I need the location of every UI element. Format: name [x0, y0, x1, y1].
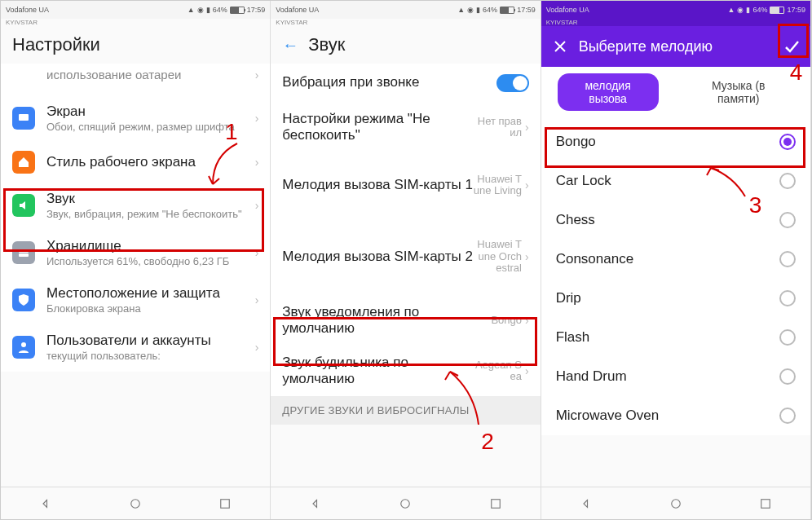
ringtone-flash[interactable]: Flash — [541, 318, 810, 357]
row-sim1[interactable]: Мелодия вызова SIM-карты 1 Huawei Tune L… — [271, 153, 540, 218]
chevron-right-icon: › — [255, 341, 259, 354]
ringtone-carlock[interactable]: Car Lock — [541, 161, 810, 201]
storage-icon — [12, 241, 35, 264]
android-navbar — [271, 487, 540, 519]
sound-list: Вибрация при звонке Настройки режима "Не… — [271, 64, 540, 487]
row-notification-sound[interactable]: Звук уведомления по умолчанию Bongo› — [271, 296, 540, 346]
back-arrow-icon[interactable]: ← — [282, 36, 298, 55]
row-storage[interactable]: ХранилищеИспользуется 61%, свободно 6,23… — [1, 230, 270, 277]
ringtone-consonance[interactable]: Consonance — [541, 240, 810, 279]
ringtone-tabs: мелодия вызова Музыка (в памяти) — [541, 67, 810, 122]
ringtone-handdrum[interactable]: Hand Drum — [541, 357, 810, 396]
page-title: Звук — [308, 34, 345, 55]
chevron-right-icon: › — [255, 199, 259, 212]
status-bar: Vodafone UA ▲ ◉ ▮ 64% 17:59 — [1, 1, 270, 19]
shield-icon — [12, 289, 35, 311]
svg-rect-9 — [761, 499, 770, 508]
chevron-right-icon: › — [255, 293, 259, 306]
svg-point-4 — [131, 499, 140, 508]
chevron-right-icon: › — [525, 314, 529, 327]
row-alarm-sound[interactable]: Звук будильника по умолчанию Aegean Sea› — [271, 346, 540, 397]
picker-header: Выберите мелодию — [541, 26, 810, 67]
sound-icon — [12, 194, 35, 217]
radio[interactable] — [779, 408, 796, 424]
chevron-right-icon: › — [525, 121, 529, 134]
ringtone-microwave[interactable]: Microwave Oven — [541, 396, 810, 435]
settings-list: использование оатареи › ЭкранОбои, спящи… — [1, 64, 270, 487]
picker-title: Выберите мелодию — [579, 38, 773, 55]
page-header: ← Звук — [271, 26, 540, 64]
svg-point-6 — [401, 499, 410, 508]
battery-icon — [500, 7, 514, 14]
row-battery-use[interactable]: использование оатареи › — [1, 64, 270, 95]
subcarrier: KYIVSTAR — [1, 19, 270, 26]
wifi-icon: ◉ — [197, 6, 204, 14]
chevron-right-icon: › — [255, 68, 259, 82]
row-homestyle[interactable]: Стиль рабочего экрана › — [1, 143, 270, 183]
radio[interactable] — [779, 251, 796, 267]
nav-recent-icon[interactable] — [218, 496, 232, 511]
clock: 17:59 — [247, 6, 266, 14]
nav-home-icon[interactable] — [398, 496, 413, 511]
row-dnd[interactable]: Настройки режима "Не беспокоить" Нет пра… — [271, 103, 540, 153]
cell-icon: ▮ — [206, 6, 210, 14]
row-vibrate[interactable]: Вибрация при звонке — [271, 64, 540, 103]
nav-back-icon[interactable] — [579, 496, 594, 511]
confirm-check-icon[interactable] — [781, 36, 802, 57]
phone-ringtone-picker: Vodafone UA ▲◉▮64%17:59 KYIVSTAR Выберит… — [541, 1, 811, 519]
radio[interactable] — [779, 212, 796, 228]
chevron-right-icon: › — [525, 364, 529, 377]
chevron-right-icon: › — [525, 178, 529, 192]
nav-home-icon[interactable] — [128, 496, 143, 511]
ringtone-drip[interactable]: Drip — [541, 279, 810, 318]
radio[interactable] — [779, 329, 796, 346]
radio-selected[interactable] — [779, 134, 796, 150]
battery-pct: 64% — [213, 6, 227, 14]
android-navbar — [541, 487, 810, 519]
row-sound[interactable]: ЗвукЗвук, вибрация, режим "Не беспокоить… — [1, 183, 270, 230]
status-bar: Vodafone UA ▲◉▮64%17:59 — [271, 1, 540, 19]
ringtone-chess[interactable]: Chess — [541, 201, 810, 240]
android-navbar — [1, 487, 270, 519]
row-screen[interactable]: ЭкранОбои, спящий режим, размер шрифта › — [1, 95, 270, 143]
radio[interactable] — [779, 368, 796, 385]
nav-recent-icon[interactable] — [488, 496, 503, 511]
svg-rect-1 — [19, 249, 29, 253]
tab-music[interactable]: Музыка (в памяти) — [683, 73, 794, 111]
chevron-right-icon: › — [255, 246, 259, 259]
svg-rect-5 — [221, 499, 230, 508]
carrier-text: Vodafone UA — [6, 6, 49, 14]
nav-back-icon[interactable] — [308, 496, 323, 511]
display-icon — [12, 107, 35, 130]
radio[interactable] — [779, 173, 796, 189]
svg-rect-2 — [19, 253, 29, 257]
chevron-right-icon: › — [255, 112, 259, 125]
chevron-right-icon: › — [255, 156, 259, 169]
nav-recent-icon[interactable] — [758, 496, 773, 511]
section-other-sounds: ДРУГИЕ ЗВУКИ И ВИБРОСИГНАЛЫ — [271, 396, 540, 425]
battery-icon — [230, 7, 245, 14]
battery-icon — [770, 7, 784, 14]
nav-back-icon[interactable] — [38, 496, 53, 511]
toggle-on[interactable] — [496, 74, 529, 92]
page-title: Настройки — [1, 26, 270, 64]
row-users[interactable]: Пользователи и аккаунтытекущий пользоват… — [1, 324, 270, 372]
svg-point-3 — [21, 342, 26, 347]
ringtone-bongo[interactable]: Bongo — [541, 122, 810, 161]
home-icon — [12, 151, 35, 174]
svg-point-8 — [672, 499, 681, 508]
row-sim2[interactable]: Мелодия вызова SIM-карты 2 Huawei Tune O… — [271, 218, 540, 296]
svg-rect-7 — [491, 499, 500, 508]
radio[interactable] — [779, 290, 796, 306]
signal-icon: ▲ — [188, 6, 195, 14]
row-location[interactable]: Местоположение и защитаБлокировка экрана… — [1, 277, 270, 324]
close-icon[interactable] — [549, 36, 571, 57]
user-icon — [12, 336, 35, 359]
tab-ringtone[interactable]: мелодия вызова — [558, 73, 659, 111]
svg-rect-0 — [19, 114, 29, 121]
phone-sound: Vodafone UA ▲◉▮64%17:59 KYIVSTAR ← Звук … — [271, 1, 541, 519]
status-bar: Vodafone UA ▲◉▮64%17:59 — [541, 1, 810, 19]
ringtone-list: Bongo Car Lock Chess Consonance Drip Fla… — [541, 122, 810, 487]
nav-home-icon[interactable] — [669, 496, 683, 511]
phone-settings: Vodafone UA ▲ ◉ ▮ 64% 17:59 KYIVSTAR Нас… — [1, 1, 271, 519]
